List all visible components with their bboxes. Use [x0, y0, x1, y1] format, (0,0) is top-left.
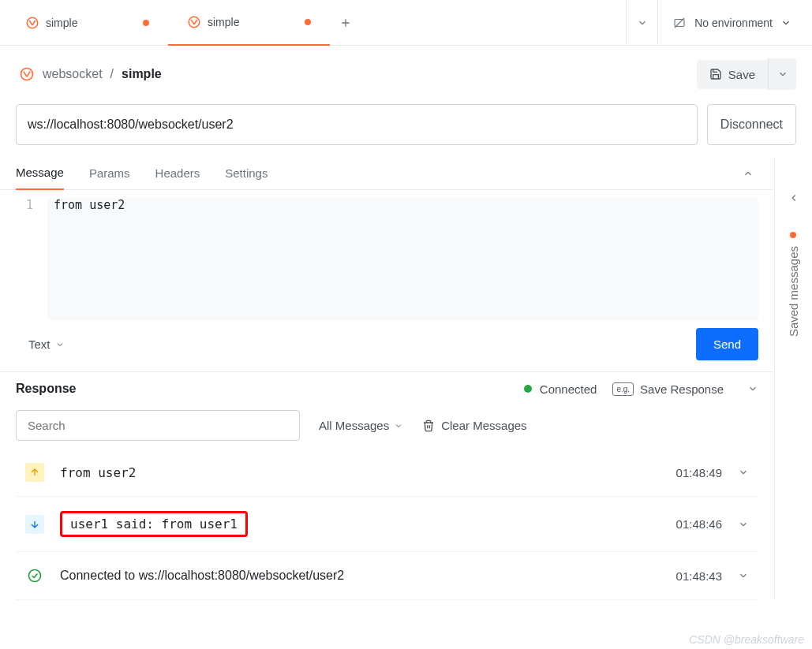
websocket-icon [19, 66, 35, 82]
arrow-up-icon [25, 463, 44, 482]
chevron-down-icon [780, 17, 791, 28]
save-response-button[interactable]: e.g. Save Response [612, 382, 724, 396]
environment-label: No environment [694, 17, 773, 29]
save-response-icon: e.g. [612, 382, 634, 396]
clear-messages-button[interactable]: Clear Messages [422, 419, 526, 432]
message-text: user1 said: from user1 [60, 511, 248, 537]
saved-messages-tab[interactable]: Saved messages [787, 232, 800, 337]
format-label: Text [28, 338, 51, 351]
save-button[interactable]: Save [697, 60, 768, 89]
new-tab-button[interactable] [330, 7, 361, 39]
sidebar-expand-button[interactable] [782, 186, 806, 210]
message-row[interactable]: Connected to ws://localhost:8080/websock… [16, 552, 758, 600]
tab-bar: simple simple No environment [0, 0, 812, 46]
response-title: Response [16, 382, 76, 396]
status-label: Connected [540, 382, 597, 396]
message-row[interactable]: user1 said: from user1 01:48:46 [16, 497, 758, 552]
dirty-dot-icon [143, 20, 149, 26]
url-row: Disconnect [0, 104, 812, 158]
save-icon [709, 68, 722, 80]
check-circle-icon [25, 566, 44, 585]
arrow-down-icon [25, 515, 44, 534]
chevron-down-icon[interactable] [738, 467, 749, 478]
send-button[interactable]: Send [696, 328, 758, 360]
request-tabs: Message Params Headers Settings [0, 158, 774, 190]
svg-point-1 [189, 17, 200, 28]
editor-line-number: 1 [16, 198, 47, 320]
tabs-overflow-button[interactable] [626, 0, 657, 46]
trash-icon [422, 420, 435, 432]
breadcrumb: websocket / simple [19, 66, 162, 82]
tab-settings[interactable]: Settings [225, 159, 268, 189]
save-label: Save [728, 68, 755, 81]
dirty-dot-icon [791, 232, 797, 238]
message-list: from user2 01:48:49 user1 said: from use… [0, 449, 774, 600]
response-collapse-button[interactable] [747, 383, 758, 394]
breadcrumb-parent[interactable]: websocket [43, 67, 103, 81]
message-text: Connected to ws://localhost:8080/websock… [60, 569, 660, 583]
editor-content[interactable]: from user2 [47, 198, 758, 320]
response-header: Response Connected e.g. Save Response [0, 371, 774, 402]
save-response-label: Save Response [640, 382, 724, 396]
saved-messages-label: Saved messages [787, 246, 800, 337]
url-input[interactable] [16, 104, 698, 145]
message-time: 01:48:46 [676, 517, 722, 531]
tab-0[interactable]: simple [6, 0, 168, 46]
breadcrumb-sep: / [110, 67, 114, 81]
response-controls: All Messages Clear Messages [0, 402, 774, 449]
send-row: Text Send [0, 320, 774, 371]
message-editor[interactable]: 1 from user2 [0, 190, 774, 320]
sidebar-right: Saved messages [774, 158, 812, 600]
chevron-down-icon [55, 340, 65, 349]
tab-1[interactable]: simple [168, 0, 330, 46]
chevron-down-icon[interactable] [738, 570, 749, 581]
save-dropdown-button[interactable] [768, 58, 796, 90]
websocket-icon [187, 15, 201, 29]
format-dropdown[interactable]: Text [16, 338, 65, 351]
svg-point-4 [29, 570, 41, 582]
message-text: from user2 [60, 465, 660, 480]
websocket-icon [25, 16, 39, 30]
svg-point-3 [21, 69, 33, 80]
chevron-down-icon [777, 69, 788, 80]
no-environment-icon [672, 16, 687, 30]
tab-label-1: simple [208, 16, 239, 28]
message-filter-dropdown[interactable]: All Messages [319, 419, 403, 432]
connection-status: Connected [524, 382, 597, 396]
search-input[interactable] [16, 410, 300, 441]
dirty-dot-icon [305, 19, 311, 25]
breadcrumb-row: websocket / simple Save [0, 46, 812, 104]
status-dot-icon [524, 385, 532, 393]
clear-label: Clear Messages [441, 419, 526, 432]
tab-headers[interactable]: Headers [155, 159, 200, 189]
message-time: 01:48:49 [676, 466, 722, 479]
tab-params[interactable]: Params [89, 159, 130, 189]
breadcrumb-current: simple [122, 67, 162, 81]
tab-message[interactable]: Message [16, 158, 64, 190]
message-row[interactable]: from user2 01:48:49 [16, 449, 758, 497]
chevron-down-icon [394, 421, 403, 431]
tab-label-0: simple [46, 17, 77, 29]
disconnect-button[interactable]: Disconnect [707, 104, 796, 145]
filter-label: All Messages [319, 419, 389, 432]
save-button-group: Save [697, 58, 796, 90]
environment-selector[interactable]: No environment [657, 0, 806, 46]
collapse-pane-icon[interactable] [738, 163, 758, 184]
message-time: 01:48:43 [676, 569, 722, 583]
chevron-down-icon[interactable] [738, 519, 749, 530]
svg-point-0 [27, 17, 38, 28]
